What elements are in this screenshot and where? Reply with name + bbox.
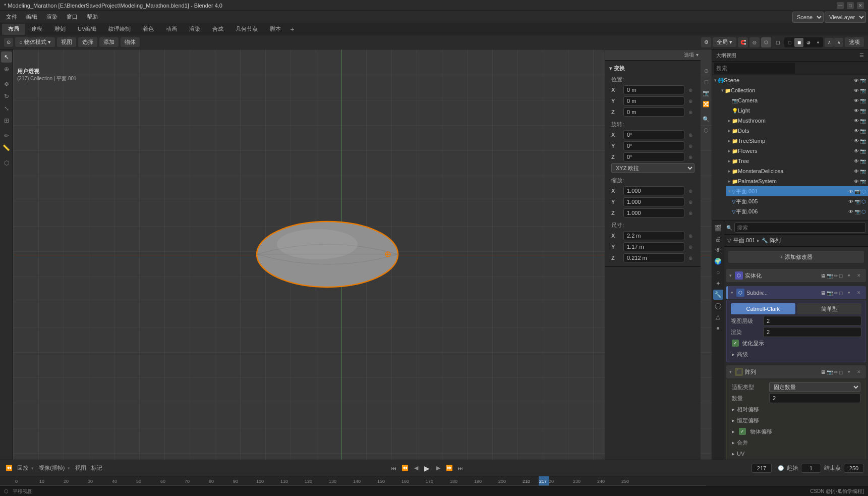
collection-render-icon[interactable]: 📷 — [860, 88, 866, 93]
tab-layout[interactable]: 布局 — [2, 24, 25, 35]
outliner-collection[interactable]: ▾ 📁 Collection 👁 📷 — [719, 85, 868, 95]
snap-btn[interactable]: 🧲 — [738, 37, 748, 47]
scale-x-copy-icon[interactable]: ⊕ — [686, 187, 695, 195]
start-frame-input[interactable] — [801, 464, 821, 473]
tool-measure[interactable]: 📏 — [1, 142, 12, 153]
object-offset-checkbox[interactable]: ✓ — [739, 428, 746, 435]
array-count-field[interactable]: 2 — [769, 393, 860, 403]
solidify-edit-icon[interactable]: ✏ — [834, 273, 838, 279]
plane001-eye-icon[interactable]: 👁 — [848, 189, 853, 194]
light-render-icon[interactable]: 📷 — [860, 108, 866, 114]
outliner-item-plane005[interactable]: ▸ ▽ 平面.005 👁 📷 ⬡ — [726, 196, 868, 206]
prop-view-icon[interactable]: 👁 — [713, 245, 723, 255]
tab-shading[interactable]: 着色 — [137, 24, 160, 35]
constant-offset-row[interactable]: ▸ 恒定偏移 — [729, 415, 863, 426]
selected-object-leaf[interactable] — [247, 204, 408, 306]
dim-z-value[interactable]: 0.212 m — [623, 253, 684, 262]
shading-material-btn[interactable]: ◕ — [804, 38, 813, 47]
subdiv-modifier-header[interactable]: ▾ ⬡ Subdiv... 🖥 📷 ✏ ◻ ▾ ✕ — [726, 286, 866, 299]
tool-move[interactable]: ✥ — [1, 79, 12, 90]
flowers-eye-icon[interactable]: 👁 — [854, 148, 859, 154]
tool-transform[interactable]: ⊞ — [1, 115, 12, 126]
maximize-button[interactable]: □ — [847, 2, 854, 9]
next-frame-button[interactable]: ▶ — [433, 463, 443, 473]
view-3d-options[interactable]: ⊙ — [701, 66, 711, 76]
options-btn[interactable]: 选项 — [845, 37, 864, 47]
current-frame-input[interactable] — [751, 464, 772, 473]
treestump-render-icon[interactable]: 📷 — [860, 138, 866, 144]
close-button[interactable]: ✕ — [857, 2, 864, 9]
pos-x-value[interactable]: 0 m — [623, 85, 684, 94]
light-eye-icon[interactable]: 👁 — [854, 108, 859, 114]
outliner-scene-root[interactable]: ▾ 🌐 Scene 👁 📷 — [712, 75, 868, 85]
outliner-item-light[interactable]: ▸ 💡 Light 👁 📷 — [726, 105, 868, 116]
props-search-input[interactable] — [734, 223, 866, 233]
subdiv-edit-icon[interactable]: ✏ — [834, 290, 838, 296]
end-frame-input[interactable] — [844, 464, 864, 473]
flowers-render-icon[interactable]: 📷 — [860, 148, 866, 154]
dim-x-value[interactable]: 2.2 m — [623, 231, 684, 240]
treestump-eye-icon[interactable]: 👁 — [854, 138, 859, 144]
view-3d-local[interactable]: ◻ — [701, 77, 711, 87]
tool-annotate[interactable]: ✏ — [1, 130, 12, 141]
scale-x-value[interactable]: 1.000 — [623, 186, 684, 195]
dots-render-icon[interactable]: 📷 — [860, 128, 866, 134]
shading-solid-btn[interactable]: ◼ — [794, 38, 803, 47]
tool-rotate[interactable]: ↻ — [1, 91, 12, 102]
tool-cursor[interactable]: ⊕ — [1, 64, 12, 75]
viewport-header-icon[interactable]: ⊙ — [4, 38, 13, 47]
tree-eye-icon[interactable]: 👁 — [854, 158, 859, 164]
pos-y-value[interactable]: 0 m — [623, 96, 684, 105]
solidify-realtime-icon[interactable]: 🖥 — [821, 273, 826, 279]
frame-ruler[interactable]: 0 10 20 30 40 50 60 70 80 90 100 110 120… — [0, 476, 868, 486]
prop-output-icon[interactable]: 🖨 — [713, 234, 723, 244]
jump-end-button[interactable]: ⏭ — [455, 463, 466, 473]
outliner-filter-icon[interactable]: ☰ — [859, 52, 864, 58]
pos-z-copy-icon[interactable]: ⊕ — [686, 108, 695, 116]
minimize-button[interactable]: — — [837, 2, 844, 9]
plane006-eye-icon[interactable]: 👁 — [848, 209, 853, 214]
select-menu[interactable]: 选择 — [78, 37, 97, 47]
optimize-checkbox[interactable]: ✓ — [732, 340, 739, 347]
plane006-camera-icon[interactable]: 📷 — [854, 209, 860, 214]
tool-add-primitive[interactable]: ⬡ — [1, 157, 12, 169]
musthroom-render-icon[interactable]: 📷 — [860, 118, 866, 124]
fit-type-selector[interactable]: 固定数量 — [769, 382, 860, 392]
scene-selector[interactable]: Scene — [792, 12, 824, 23]
object-offset-row[interactable]: ▸ ✓ 物体偏移 — [729, 426, 863, 437]
shading-render-btn[interactable]: ● — [814, 38, 823, 47]
menu-render[interactable]: 渲染 — [42, 12, 62, 22]
solidify-delete-icon[interactable]: ✕ — [855, 271, 863, 280]
tab-scripting[interactable]: 脚本 — [264, 24, 287, 35]
jump-start-button[interactable]: ⏮ — [389, 463, 399, 473]
outliner-item-plane001[interactable]: ▾ ▽ 平面.001 👁 📷 ⬡ — [726, 186, 868, 196]
transform-btn1[interactable]: ∧ — [825, 38, 834, 47]
rotation-mode-selector[interactable]: XYZ 欧拉 — [611, 163, 695, 173]
outliner-item-palmate[interactable]: ▸ 📁 PalmateSystem 👁 📷 — [726, 176, 868, 186]
rot-x-value[interactable]: 0° — [623, 130, 684, 139]
rot-z-copy-icon[interactable]: ⊕ — [686, 153, 695, 161]
prop-object-icon[interactable]: ○ — [713, 267, 723, 278]
subdiv-render-icon[interactable]: 📷 — [827, 290, 833, 296]
subdiv-options-icon[interactable]: ▾ — [845, 289, 853, 297]
prop-shader-icon[interactable]: ◯ — [713, 301, 723, 311]
prev-keyframe-button[interactable]: ⏪ — [400, 463, 410, 473]
scale-y-copy-icon[interactable]: ⊕ — [686, 198, 695, 206]
outliner-item-dots[interactable]: ▸ 📁 Dots 👁 📷 — [726, 126, 868, 136]
tab-animation[interactable]: 动画 — [160, 24, 183, 35]
overlay-btn[interactable]: ⬡ — [761, 37, 771, 47]
view-menu[interactable]: 视图 — [57, 37, 76, 47]
prop-material-icon[interactable]: ● — [713, 323, 723, 333]
subdiv-delete-icon[interactable]: ✕ — [855, 289, 863, 297]
tab-compositing[interactable]: 合成 — [206, 24, 229, 35]
scale-z-copy-icon[interactable]: ⊕ — [686, 209, 695, 217]
tool-select[interactable]: ↖ — [1, 51, 12, 63]
scene-eye-icon[interactable]: 👁 — [854, 78, 859, 83]
collection-eye-icon[interactable]: 👁 — [854, 88, 859, 93]
outliner-item-camera[interactable]: ▸ 📷 Camera 👁 📷 — [726, 95, 868, 105]
advanced-collapse[interactable]: ▸ 高级 — [729, 349, 863, 360]
view-3d-grid[interactable]: ⬡ — [701, 125, 711, 135]
dim-z-copy-icon[interactable]: ⊕ — [686, 254, 695, 262]
prop-world-icon[interactable]: 🌍 — [713, 256, 723, 266]
object-menu[interactable]: 物体 — [121, 37, 140, 47]
